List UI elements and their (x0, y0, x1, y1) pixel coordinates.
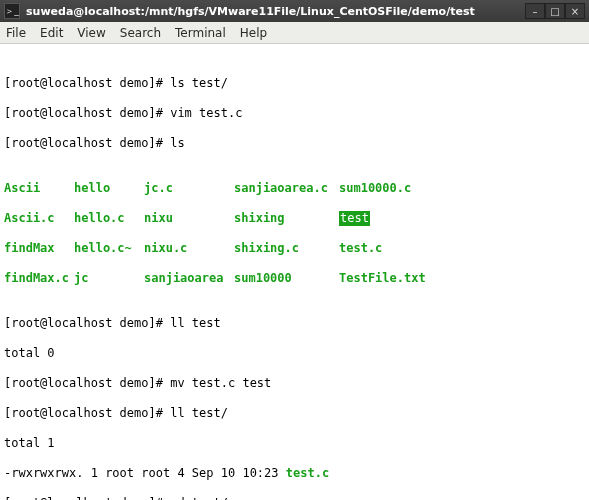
ls-row: findMax hello.c~ nixu.c shixing.c test.c (4, 241, 585, 256)
file-exec: jc (74, 271, 144, 286)
titlebar: ＞_ suweda@localhost:/mnt/hgfs/VMware11Fi… (0, 0, 589, 22)
window-controls: – □ × (525, 3, 585, 19)
menubar: File Edit View Search Terminal Help (0, 22, 589, 44)
terminal-body[interactable]: [root@localhost demo]# ls test/ [root@lo… (0, 44, 589, 500)
terminal-icon: ＞_ (4, 3, 20, 19)
file: findMax.c (4, 271, 74, 286)
command: ll test/ (170, 406, 228, 420)
file-exec: Ascii (4, 181, 74, 196)
file-exec: sanjiaoarea (144, 271, 234, 286)
prompt: [root@localhost demo]# (4, 106, 170, 120)
maximize-button[interactable]: □ (545, 3, 565, 19)
command: cd test/ (170, 496, 228, 500)
command: ll test (170, 316, 221, 330)
ls-row: Ascii.c hello.c nixu shixing test (4, 211, 585, 226)
ls-row: findMax.c jc sanjiaoarea sum10000 TestFi… (4, 271, 585, 286)
file-exec: hello (74, 181, 144, 196)
file: hello.c~ (74, 241, 144, 256)
file: Ascii.c (4, 211, 74, 226)
file: sanjiaoarea.c (234, 181, 339, 196)
file-exec: sum10000 (234, 271, 339, 286)
menu-search[interactable]: Search (120, 26, 161, 40)
minimize-button[interactable]: – (525, 3, 545, 19)
menu-help[interactable]: Help (240, 26, 267, 40)
prompt: [root@localhost demo]# (4, 406, 170, 420)
prompt: [root@localhost demo]# (4, 496, 170, 500)
menu-edit[interactable]: Edit (40, 26, 63, 40)
file: hello.c (74, 211, 144, 226)
file: nixu.c (144, 241, 234, 256)
prompt: [root@localhost demo]# (4, 76, 170, 90)
menu-file[interactable]: File (6, 26, 26, 40)
file-exec: shixing (234, 211, 339, 226)
file: shixing.c (234, 241, 339, 256)
window-title: suweda@localhost:/mnt/hgfs/VMware11File/… (26, 5, 525, 18)
command: mv test.c test (170, 376, 271, 390)
output: total 0 (4, 346, 585, 361)
file-exec: findMax (4, 241, 74, 256)
prompt: [root@localhost demo]# (4, 316, 170, 330)
command: ls (170, 136, 184, 150)
close-button[interactable]: × (565, 3, 585, 19)
ls-row: Ascii hello jc.c sanjiaoarea.c sum10000.… (4, 181, 585, 196)
file: sum10000.c (339, 181, 411, 196)
file: test.c (286, 466, 329, 480)
command: ls test/ (170, 76, 228, 90)
file: TestFile.txt (339, 271, 426, 286)
file: jc.c (144, 181, 234, 196)
menu-view[interactable]: View (77, 26, 105, 40)
file-exec: nixu (144, 211, 234, 226)
prompt: [root@localhost demo]# (4, 376, 170, 390)
file: test.c (339, 241, 382, 256)
prompt: [root@localhost demo]# (4, 136, 170, 150)
command: vim test.c (170, 106, 242, 120)
menu-terminal[interactable]: Terminal (175, 26, 226, 40)
output: -rwxrwxrwx. 1 root root 4 Sep 10 10:23 (4, 466, 286, 480)
dir-highlight: test (339, 211, 370, 226)
output: total 1 (4, 436, 585, 451)
